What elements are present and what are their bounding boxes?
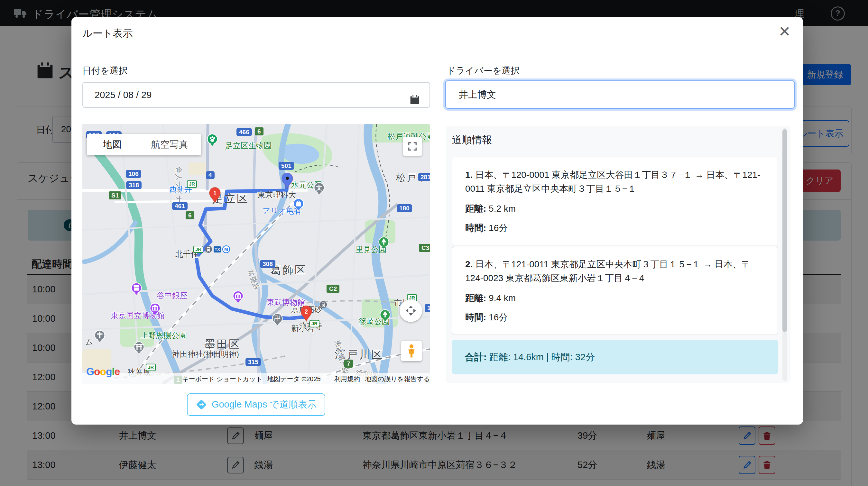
svg-text:文: 文 <box>316 184 322 191</box>
road-shield: 7 <box>344 360 353 368</box>
road-shield: 6 <box>186 211 194 219</box>
driver-select[interactable]: 井上博文 <box>445 80 795 109</box>
map-label: 東京理科大 <box>257 190 296 200</box>
map-label: 足立区生物園 <box>225 140 272 151</box>
museum-poi-icon <box>232 290 244 304</box>
station-icons: JR <box>187 181 197 188</box>
route-step-card: 2. 日本、〒121-0011 東京都足立区中央本町３丁目１５−１ → 日本、〒… <box>452 246 778 335</box>
svg-text:1: 1 <box>213 190 217 197</box>
calendar-icon[interactable] <box>409 90 420 114</box>
bag-poi-icon <box>293 198 304 212</box>
map-label: 葛飾区 <box>270 263 307 278</box>
manji-poi-icon: 卍 <box>272 313 283 327</box>
school-poi-icon: 文 <box>314 182 324 196</box>
directions-icon <box>196 399 207 411</box>
map-attribution-link[interactable]: 地図データ ©2025 <box>267 375 321 383</box>
pan-control-icon[interactable] <box>400 299 422 322</box>
route-info-panel: 道順情報 1. 日本、〒120-0001 東京都足立区大谷田１丁目３７−１ → … <box>445 126 790 383</box>
pegman-icon[interactable] <box>401 341 422 361</box>
route-step-card: 1. 日本、〒120-0001 東京都足立区大谷田１丁目３７−１ → 日本、〒1… <box>452 157 778 246</box>
map-attribution: キーボード ショートカット地図データ ©2025利用規約地図の誤りを報告する <box>82 373 430 384</box>
step-time: 時間: 16分 <box>465 222 765 234</box>
jr-icon: JR <box>193 246 203 253</box>
shop-poi-icon <box>131 282 142 297</box>
open-google-maps-label: Google Maps で道順表示 <box>212 398 317 411</box>
fullscreen-icon[interactable] <box>403 137 422 156</box>
map-label: 神田神社(神田明神) <box>172 349 239 359</box>
road-shield: 501 <box>279 162 294 170</box>
museum-poi-icon <box>150 303 160 317</box>
svg-text:2: 2 <box>305 309 308 315</box>
map-attribution-link[interactable]: キーボード ショートカット <box>182 375 262 383</box>
map-label: 上野恩賜公園 <box>141 330 187 341</box>
route-total-value: 距離: 14.6km | 時間: 32分 <box>489 352 595 362</box>
cross-poi-icon <box>94 330 105 344</box>
road-shield: C2 <box>327 285 339 293</box>
close-icon[interactable]: ✕ <box>778 24 791 39</box>
road-shield: C3 <box>419 244 430 252</box>
modal-title: ルート表示 <box>82 27 132 40</box>
route-total: 合計: 距離: 14.6km | 時間: 32分 <box>452 339 778 375</box>
road-shield: 308 <box>260 260 275 268</box>
map-label: 東武博物館 <box>267 297 305 307</box>
road-shield: 466 <box>237 128 252 136</box>
road-shield: 281 <box>418 173 430 181</box>
jr-icon: JR <box>309 320 319 327</box>
road-shield: 318 <box>126 181 142 189</box>
road-shield: 4 <box>206 171 215 179</box>
map-type-map[interactable]: 地図 <box>87 134 138 155</box>
road-shield: S1 <box>109 191 121 199</box>
map-type-control[interactable]: 地図 航空写真 <box>87 134 201 155</box>
route-marker-pin: 1 <box>209 187 221 205</box>
station-icons: JRTXM <box>193 246 230 253</box>
step-distance: 距離: 9.4 km <box>465 292 765 304</box>
station-icons: JR <box>146 364 156 371</box>
route-marker-pin <box>281 172 294 190</box>
step-description: 2. 日本、〒121-0011 東京都足立区中央本町３丁目１５−１ → 日本、〒… <box>465 257 765 285</box>
app-root: ドライバー管理システム 理 ? スケジュール 新規登録 日付 20 ルート表示 … <box>0 0 868 486</box>
road-shield: 461 <box>172 202 188 210</box>
map-attribution-link[interactable]: 利用規約 <box>334 375 360 383</box>
road-shield: 180 <box>397 204 412 212</box>
driver-select-label: ドライバーを選択 <box>446 65 520 77</box>
panel-scrollbar-thumb[interactable] <box>782 129 787 332</box>
step-description: 1. 日本、〒120-0001 東京都足立区大谷田１丁目３７−１ → 日本、〒1… <box>465 168 765 196</box>
route-total-label: 合計: <box>465 352 487 362</box>
jr-icon: JR <box>146 364 156 371</box>
train-icon <box>205 246 212 253</box>
station-icons <box>319 301 327 309</box>
station-icons: JR <box>309 320 319 327</box>
svg-text:卍: 卍 <box>274 315 281 322</box>
open-google-maps-button[interactable]: Google Maps で道順表示 <box>187 393 325 416</box>
map-attribution-link[interactable]: 地図の誤りを報告する <box>365 375 430 383</box>
tx-icon: TX <box>214 247 221 253</box>
map-label: 谷中銀座 <box>157 290 188 301</box>
step-time: 時間: 16分 <box>465 311 765 324</box>
jr-icon: JR <box>187 181 197 188</box>
step-distance: 距離: 5.2 km <box>465 203 765 215</box>
date-input-value: 2025 / 08 / 29 <box>95 90 152 100</box>
road-shield: 106 <box>126 170 141 178</box>
google-map[interactable]: 地図 航空写真 足立区生物園松戸運動公園松戸市水元公園東京理科大アリオ亀有西新井… <box>82 124 430 384</box>
tree-poi-icon <box>378 236 389 251</box>
metro-icon: M <box>222 246 230 253</box>
date-input[interactable]: 2025 / 08 / 29 <box>82 82 430 108</box>
road-shield: 14 <box>425 304 430 312</box>
google-logo: Google <box>86 366 120 378</box>
train-icon <box>319 301 327 309</box>
map-label: ム <box>85 337 93 347</box>
route-display-modal: ルート表示 ✕ 日付を選択 ドライバーを選択 2025 / 08 / 29 井上… <box>71 17 803 425</box>
paw-poi-icon <box>207 133 218 148</box>
date-select-label: 日付を選択 <box>82 65 128 77</box>
map-type-satellite[interactable]: 航空写真 <box>138 134 201 155</box>
torii-poi-icon <box>133 341 145 355</box>
road-shield: 315 <box>245 358 261 366</box>
driver-select-value: 井上博文 <box>459 89 496 100</box>
modal-header-divider <box>71 54 803 54</box>
road-shield: 6 <box>255 127 264 135</box>
route-info-title: 道順情報 <box>452 133 492 147</box>
tree-poi-icon <box>380 309 391 323</box>
